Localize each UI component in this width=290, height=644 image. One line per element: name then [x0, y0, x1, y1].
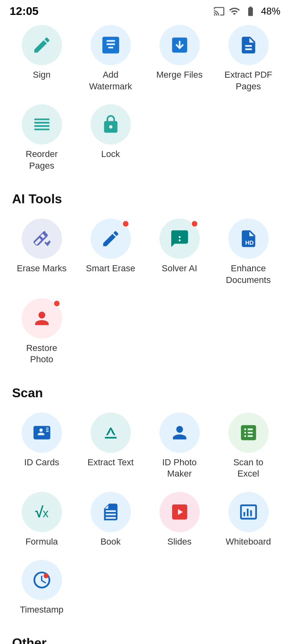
tool-extract-pdf[interactable]: Extract PDF Pages — [215, 21, 282, 96]
formula-icon: √ x — [32, 502, 52, 522]
id-photo-maker-label: ID Photo Maker — [153, 457, 206, 480]
status-time: 12:05 — [10, 5, 39, 18]
extract-pdf-icon-wrap — [228, 25, 269, 65]
tool-formula[interactable]: √ x Formula — [8, 488, 75, 552]
book-label: Book — [100, 536, 120, 548]
extract-pdf-label: Extract PDF Pages — [222, 69, 275, 92]
battery-percent: 48% — [261, 6, 280, 17]
erase-marks-icon — [32, 229, 52, 249]
cast-icon — [213, 6, 225, 17]
smart-erase-label: Smart Erase — [86, 263, 135, 275]
tool-sign[interactable]: Sign — [8, 21, 75, 96]
reorder-pages-icon — [32, 114, 52, 134]
timestamp-icon — [32, 570, 52, 590]
id-cards-icon-wrap — [22, 413, 62, 453]
tool-book[interactable]: Book — [77, 488, 144, 552]
smart-erase-badge — [122, 220, 129, 227]
merge-icon — [170, 35, 190, 55]
lock-icon-wrap — [91, 104, 131, 144]
extract-pdf-icon — [238, 35, 259, 55]
id-cards-label: ID Cards — [24, 457, 59, 469]
sign-icon — [32, 35, 52, 55]
erase-marks-icon-wrap — [22, 219, 62, 259]
id-photo-maker-icon-wrap — [160, 413, 200, 453]
svg-text:x: x — [43, 506, 49, 519]
scan-title: Scan — [12, 386, 282, 400]
formula-label: Formula — [25, 536, 58, 548]
erase-marks-label: Erase Marks — [17, 263, 66, 275]
tool-merge-files[interactable]: Merge Files — [146, 21, 213, 96]
reorder-pages-icon-wrap — [22, 104, 62, 144]
timestamp-label: Timestamp — [20, 604, 64, 616]
scan-to-excel-icon — [238, 423, 259, 443]
timestamp-icon-wrap — [22, 560, 62, 600]
tool-restore-photo[interactable]: Restore Photo — [8, 294, 75, 369]
other-title: Other — [12, 636, 282, 644]
tool-add-watermark[interactable]: Add Watermark — [77, 21, 144, 96]
book-icon-wrap — [91, 492, 131, 532]
restore-photo-icon-wrap — [22, 298, 62, 339]
extract-text-icon — [101, 423, 121, 443]
scan-tools-grid: ID Cards Extract Text ID Photo Maker — [8, 409, 282, 623]
enhance-documents-icon: HD — [238, 229, 259, 249]
id-photo-maker-icon — [170, 423, 190, 443]
svg-text:HD: HD — [245, 239, 253, 246]
tool-reorder-pages[interactable]: Reorder Pages — [8, 100, 75, 175]
ai-tools-title: AI Tools — [12, 192, 282, 206]
lock-label: Lock — [101, 149, 120, 160]
add-watermark-icon-wrap — [91, 25, 131, 65]
book-icon — [101, 502, 121, 522]
status-icons: 48% — [213, 6, 280, 17]
merge-files-icon-wrap — [160, 25, 200, 65]
battery-icon — [244, 6, 257, 17]
smart-erase-icon — [101, 229, 121, 249]
tool-erase-marks[interactable]: Erase Marks — [8, 215, 75, 290]
status-bar: 12:05 48% — [0, 0, 290, 21]
extract-text-label: Extract Text — [87, 457, 134, 469]
solver-ai-icon-wrap — [160, 219, 200, 259]
merge-files-label: Merge Files — [156, 69, 203, 81]
solver-ai-label: Solver AI — [162, 263, 197, 275]
tool-enhance-documents[interactable]: HD Enhance Documents — [215, 215, 282, 290]
scan-to-excel-icon-wrap — [228, 413, 269, 453]
enhance-documents-icon-wrap: HD — [228, 219, 269, 259]
main-content: Sign Add Watermark Merge Files — [0, 21, 290, 644]
slides-icon — [170, 502, 190, 522]
slides-label: Slides — [168, 536, 192, 548]
svg-point-3 — [44, 573, 49, 578]
smart-erase-icon-wrap — [91, 219, 131, 259]
tool-solver-ai[interactable]: Solver AI — [146, 215, 213, 290]
watermark-icon — [101, 35, 121, 55]
tool-slides[interactable]: Slides — [146, 488, 213, 552]
pdf-tools-row1: Sign Add Watermark Merge Files — [8, 21, 282, 100]
tool-extract-text[interactable]: Extract Text — [77, 409, 144, 484]
wifi-icon — [229, 6, 240, 17]
formula-icon-wrap: √ x — [22, 492, 62, 532]
solver-ai-badge — [191, 220, 198, 227]
whiteboard-label: Whiteboard — [226, 536, 271, 548]
lock-icon — [101, 114, 121, 134]
ai-tools-grid: Erase Marks Smart Erase Solver A — [8, 215, 282, 373]
id-cards-icon — [32, 423, 52, 443]
solver-ai-icon — [170, 229, 190, 249]
enhance-documents-label: Enhance Documents — [222, 263, 275, 286]
tool-id-cards[interactable]: ID Cards — [8, 409, 75, 484]
tool-timestamp[interactable]: Timestamp — [8, 556, 75, 620]
slides-icon-wrap — [160, 492, 200, 532]
scan-to-excel-label: Scan to Excel — [222, 457, 275, 480]
tool-id-photo-maker[interactable]: ID Photo Maker — [146, 409, 213, 484]
whiteboard-icon-wrap — [228, 492, 269, 532]
reorder-pages-label: Reorder Pages — [16, 149, 68, 171]
sign-label: Sign — [33, 69, 50, 81]
tool-scan-to-excel[interactable]: Scan to Excel — [215, 409, 282, 484]
sign-icon-wrap — [22, 25, 62, 65]
pdf-tools-row2: Reorder Pages Lock — [8, 100, 282, 180]
restore-photo-label: Restore Photo — [16, 343, 68, 365]
whiteboard-icon — [238, 502, 259, 522]
tool-smart-erase[interactable]: Smart Erase — [77, 215, 144, 290]
restore-photo-badge — [53, 300, 60, 307]
add-watermark-label: Add Watermark — [85, 69, 137, 92]
extract-text-icon-wrap — [91, 413, 131, 453]
tool-lock[interactable]: Lock — [77, 100, 144, 175]
tool-whiteboard[interactable]: Whiteboard — [215, 488, 282, 552]
